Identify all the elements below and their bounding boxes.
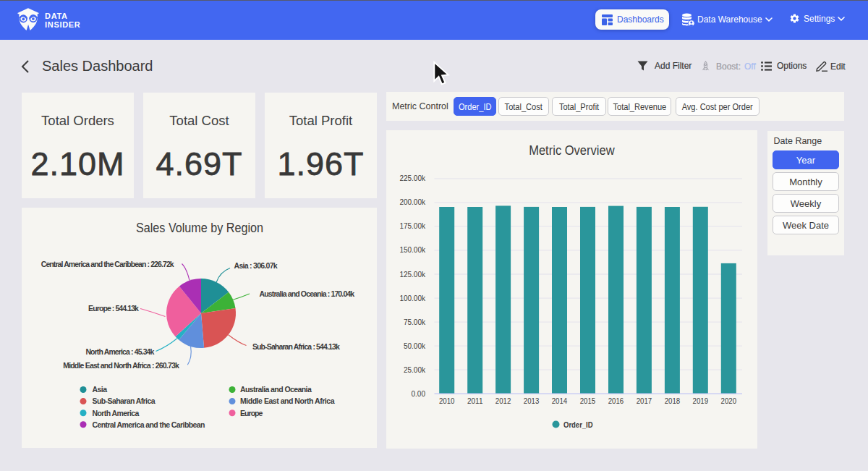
svg-text:2019: 2019	[693, 396, 709, 405]
svg-text:100.00k: 100.00k	[399, 294, 426, 302]
svg-text:225.00k: 225.00k	[399, 174, 426, 182]
svg-text:2012: 2012	[495, 396, 511, 405]
svg-text:Europe: Europe	[240, 409, 263, 417]
svg-text:Central America and the Caribb: Central America and the Caribbean	[93, 420, 205, 429]
svg-text:175.00k: 175.00k	[399, 222, 426, 230]
svg-text:Australia and Oceania : 170.04: Australia and Oceania : 170.04k	[260, 289, 355, 298]
svg-text:25.00k: 25.00k	[404, 366, 426, 374]
svg-text:North America : 45.34k: North America : 45.34k	[85, 347, 154, 356]
svg-text:North America: North America	[93, 409, 140, 417]
svg-text:50.00k: 50.00k	[404, 342, 426, 350]
svg-text:Central America and the Caribb: Central America and the Caribbean : 226.…	[41, 260, 174, 268]
svg-text:Middle East and North Africa :: Middle East and North Africa : 260.73k	[63, 361, 179, 370]
svg-text:125.00k: 125.00k	[399, 271, 426, 279]
svg-text:200.00k: 200.00k	[399, 198, 426, 206]
svg-text:150.00k: 150.00k	[399, 246, 426, 254]
svg-text:Middle East and North Africa: Middle East and North Africa	[240, 396, 335, 405]
svg-text:Sales Volume by Region: Sales Volume by Region	[136, 221, 263, 235]
svg-text:Sub-Saharan Africa : 544.13k: Sub-Saharan Africa : 544.13k	[252, 342, 340, 351]
svg-text:Europe : 544.13k: Europe : 544.13k	[88, 304, 139, 313]
svg-text:Sub-Saharan Africa: Sub-Saharan Africa	[93, 396, 156, 405]
svg-text:2015: 2015	[580, 396, 596, 405]
svg-text:Australia and Oceania: Australia and Oceania	[240, 385, 312, 394]
svg-text:75.00k: 75.00k	[404, 318, 426, 326]
svg-text:2020: 2020	[721, 396, 737, 405]
svg-text:2017: 2017	[637, 396, 652, 405]
svg-text:2013: 2013	[524, 396, 540, 405]
svg-text:2010: 2010	[439, 396, 455, 405]
svg-text:2011: 2011	[467, 396, 483, 405]
svg-text:0.00: 0.00	[412, 390, 426, 398]
svg-text:2018: 2018	[665, 396, 681, 405]
svg-text:Asia : 306.07k: Asia : 306.07k	[234, 261, 278, 270]
svg-text:Metric Overview: Metric Overview	[529, 143, 615, 158]
svg-text:Asia: Asia	[93, 385, 108, 394]
svg-text:Order_ID: Order_ID	[563, 420, 593, 429]
svg-text:2016: 2016	[608, 396, 624, 405]
svg-text:2014: 2014	[552, 396, 568, 405]
